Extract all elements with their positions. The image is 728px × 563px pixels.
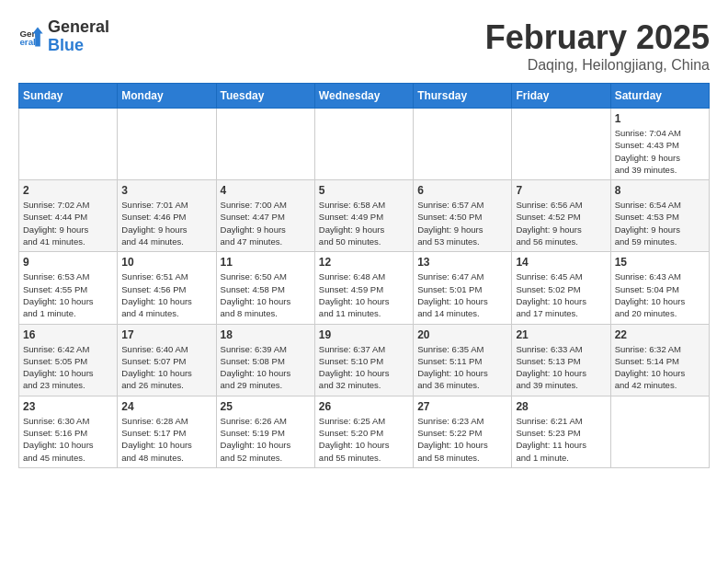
weekday-header-tuesday: Tuesday <box>216 84 314 109</box>
day-number: 6 <box>417 184 507 197</box>
weekday-header-friday: Friday <box>512 84 610 109</box>
calendar-day-28: 28Sunrise: 6:21 AM Sunset: 5:23 PM Dayli… <box>512 396 610 467</box>
day-number: 27 <box>417 400 507 413</box>
day-number: 4 <box>221 184 311 197</box>
calendar-week-row: 9Sunrise: 6:53 AM Sunset: 4:55 PM Daylig… <box>19 252 710 324</box>
calendar-day-13: 13Sunrise: 6:47 AM Sunset: 5:01 PM Dayli… <box>414 252 512 324</box>
calendar-day-16: 16Sunrise: 6:42 AM Sunset: 5:05 PM Dayli… <box>19 324 118 396</box>
calendar-day-17: 17Sunrise: 6:40 AM Sunset: 5:07 PM Dayli… <box>118 324 216 396</box>
calendar-day-15: 15Sunrise: 6:43 AM Sunset: 5:04 PM Dayli… <box>610 252 709 324</box>
calendar-day-8: 8Sunrise: 6:54 AM Sunset: 4:53 PM Daylig… <box>610 180 709 252</box>
calendar-empty-cell <box>610 396 709 467</box>
calendar-table: SundayMondayTuesdayWednesdayThursdayFrid… <box>18 83 710 468</box>
day-info: Sunrise: 7:04 AM Sunset: 4:43 PM Dayligh… <box>615 127 705 176</box>
weekday-header-monday: Monday <box>118 84 216 109</box>
day-number: 22 <box>615 328 705 341</box>
day-info: Sunrise: 6:45 AM Sunset: 5:02 PM Dayligh… <box>516 270 606 319</box>
day-number: 19 <box>319 328 409 341</box>
calendar-empty-cell <box>19 109 118 180</box>
calendar-day-21: 21Sunrise: 6:33 AM Sunset: 5:13 PM Dayli… <box>512 324 610 396</box>
calendar-empty-cell <box>314 109 413 180</box>
day-info: Sunrise: 6:54 AM Sunset: 4:53 PM Dayligh… <box>615 199 705 247</box>
day-info: Sunrise: 6:30 AM Sunset: 5:16 PM Dayligh… <box>23 415 113 464</box>
day-number: 10 <box>121 256 211 269</box>
day-number: 12 <box>319 256 409 269</box>
day-info: Sunrise: 6:39 AM Sunset: 5:08 PM Dayligh… <box>221 343 311 392</box>
calendar-day-10: 10Sunrise: 6:51 AM Sunset: 4:56 PM Dayli… <box>118 252 216 324</box>
day-info: Sunrise: 7:02 AM Sunset: 4:44 PM Dayligh… <box>23 199 113 247</box>
day-info: Sunrise: 6:40 AM Sunset: 5:07 PM Dayligh… <box>121 343 211 392</box>
day-number: 11 <box>221 256 311 269</box>
calendar-day-4: 4Sunrise: 7:00 AM Sunset: 4:47 PM Daylig… <box>216 180 314 252</box>
calendar-day-14: 14Sunrise: 6:45 AM Sunset: 5:02 PM Dayli… <box>512 252 610 324</box>
day-info: Sunrise: 6:50 AM Sunset: 4:58 PM Dayligh… <box>221 270 311 319</box>
day-number: 8 <box>615 184 705 197</box>
calendar-day-18: 18Sunrise: 6:39 AM Sunset: 5:08 PM Dayli… <box>216 324 314 396</box>
day-info: Sunrise: 6:51 AM Sunset: 4:56 PM Dayligh… <box>121 270 211 319</box>
calendar-empty-cell <box>512 109 610 180</box>
day-info: Sunrise: 6:35 AM Sunset: 5:11 PM Dayligh… <box>417 343 507 392</box>
day-info: Sunrise: 7:00 AM Sunset: 4:47 PM Dayligh… <box>221 199 311 247</box>
calendar-day-20: 20Sunrise: 6:35 AM Sunset: 5:11 PM Dayli… <box>414 324 512 396</box>
day-info: Sunrise: 6:56 AM Sunset: 4:52 PM Dayligh… <box>516 199 606 247</box>
day-info: Sunrise: 6:53 AM Sunset: 4:55 PM Dayligh… <box>23 270 113 319</box>
calendar-day-7: 7Sunrise: 6:56 AM Sunset: 4:52 PM Daylig… <box>512 180 610 252</box>
calendar-day-27: 27Sunrise: 6:23 AM Sunset: 5:22 PM Dayli… <box>414 396 512 467</box>
title-block: February 2025 Daqing, Heilongjiang, Chin… <box>485 18 710 74</box>
calendar-day-19: 19Sunrise: 6:37 AM Sunset: 5:10 PM Dayli… <box>314 324 413 396</box>
day-number: 26 <box>319 400 409 413</box>
weekday-header-thursday: Thursday <box>414 84 512 109</box>
location: Daqing, Heilongjiang, China <box>485 57 710 74</box>
day-number: 5 <box>319 184 409 197</box>
day-number: 18 <box>221 328 311 341</box>
day-number: 13 <box>417 256 507 269</box>
day-info: Sunrise: 6:57 AM Sunset: 4:50 PM Dayligh… <box>417 199 507 247</box>
day-number: 15 <box>615 256 705 269</box>
day-number: 23 <box>23 400 113 413</box>
day-number: 24 <box>121 400 211 413</box>
calendar-week-row: 23Sunrise: 6:30 AM Sunset: 5:16 PM Dayli… <box>19 396 710 467</box>
logo-text-general: General <box>48 18 109 37</box>
calendar-day-9: 9Sunrise: 6:53 AM Sunset: 4:55 PM Daylig… <box>19 252 118 324</box>
calendar-day-25: 25Sunrise: 6:26 AM Sunset: 5:19 PM Dayli… <box>216 396 314 467</box>
calendar-day-5: 5Sunrise: 6:58 AM Sunset: 4:49 PM Daylig… <box>314 180 413 252</box>
calendar-day-1: 1Sunrise: 7:04 AM Sunset: 4:43 PM Daylig… <box>610 109 709 180</box>
day-info: Sunrise: 6:25 AM Sunset: 5:20 PM Dayligh… <box>319 415 409 464</box>
day-info: Sunrise: 6:47 AM Sunset: 5:01 PM Dayligh… <box>417 270 507 319</box>
day-info: Sunrise: 6:32 AM Sunset: 5:14 PM Dayligh… <box>615 343 705 392</box>
day-info: Sunrise: 6:23 AM Sunset: 5:22 PM Dayligh… <box>417 415 507 464</box>
logo: Gen eral General Blue <box>18 18 109 55</box>
day-info: Sunrise: 6:48 AM Sunset: 4:59 PM Dayligh… <box>319 270 409 319</box>
day-number: 25 <box>221 400 311 413</box>
weekday-header-saturday: Saturday <box>610 84 709 109</box>
calendar-day-23: 23Sunrise: 6:30 AM Sunset: 5:16 PM Dayli… <box>19 396 118 467</box>
calendar-week-row: 16Sunrise: 6:42 AM Sunset: 5:05 PM Dayli… <box>19 324 710 396</box>
calendar-day-12: 12Sunrise: 6:48 AM Sunset: 4:59 PM Dayli… <box>314 252 413 324</box>
calendar-day-26: 26Sunrise: 6:25 AM Sunset: 5:20 PM Dayli… <box>314 396 413 467</box>
calendar-day-3: 3Sunrise: 7:01 AM Sunset: 4:46 PM Daylig… <box>118 180 216 252</box>
day-number: 16 <box>23 328 113 341</box>
day-info: Sunrise: 7:01 AM Sunset: 4:46 PM Dayligh… <box>121 199 211 247</box>
svg-text:eral: eral <box>19 37 36 47</box>
day-number: 1 <box>615 112 705 125</box>
page-header: Gen eral General Blue February 2025 Daqi… <box>18 18 710 74</box>
calendar-empty-cell <box>118 109 216 180</box>
weekday-header-sunday: Sunday <box>19 84 118 109</box>
logo-text-blue: Blue <box>48 37 109 55</box>
calendar-empty-cell <box>216 109 314 180</box>
day-number: 9 <box>23 256 113 269</box>
day-info: Sunrise: 6:42 AM Sunset: 5:05 PM Dayligh… <box>23 343 113 392</box>
calendar-header-row: SundayMondayTuesdayWednesdayThursdayFrid… <box>19 84 710 109</box>
day-info: Sunrise: 6:58 AM Sunset: 4:49 PM Dayligh… <box>319 199 409 247</box>
day-number: 2 <box>23 184 113 197</box>
calendar-day-24: 24Sunrise: 6:28 AM Sunset: 5:17 PM Dayli… <box>118 396 216 467</box>
month-title: February 2025 <box>485 18 710 57</box>
day-info: Sunrise: 6:26 AM Sunset: 5:19 PM Dayligh… <box>221 415 311 464</box>
day-number: 7 <box>516 184 606 197</box>
day-number: 21 <box>516 328 606 341</box>
day-info: Sunrise: 6:37 AM Sunset: 5:10 PM Dayligh… <box>319 343 409 392</box>
logo-icon: Gen eral <box>18 24 44 50</box>
calendar-day-22: 22Sunrise: 6:32 AM Sunset: 5:14 PM Dayli… <box>610 324 709 396</box>
calendar-empty-cell <box>414 109 512 180</box>
day-info: Sunrise: 6:43 AM Sunset: 5:04 PM Dayligh… <box>615 270 705 319</box>
